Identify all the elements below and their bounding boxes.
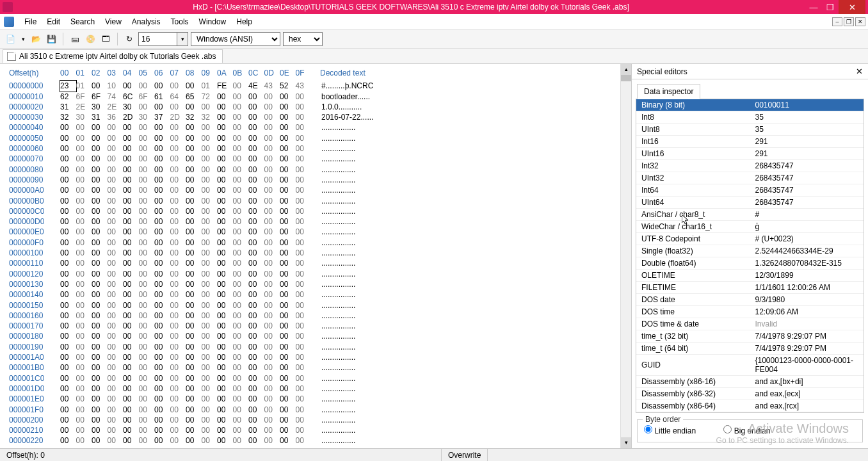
byte-cell[interactable]: 00 bbox=[233, 405, 249, 415]
byte-cell[interactable]: 00 bbox=[248, 289, 264, 300]
byte-cell[interactable]: 00 bbox=[92, 321, 108, 331]
byte-cell[interactable]: 00 bbox=[248, 311, 264, 321]
hex-row[interactable]: 000001E000000000000000000000000000000000… bbox=[9, 394, 631, 404]
byte-cell[interactable]: 00 bbox=[186, 373, 202, 384]
decoded-text[interactable]: ................ bbox=[321, 175, 355, 185]
byte-cell[interactable]: 00 bbox=[264, 342, 280, 352]
byte-cell[interactable]: 00 bbox=[170, 102, 186, 112]
byte-cell[interactable]: 00 bbox=[76, 415, 92, 425]
byte-cell[interactable]: 00 bbox=[154, 362, 170, 373]
byte-cell[interactable]: 30 bbox=[123, 102, 139, 112]
byte-cell[interactable]: 00 bbox=[217, 165, 233, 175]
byte-cell[interactable]: 00 bbox=[296, 102, 312, 112]
byte-cell[interactable]: 00 bbox=[217, 133, 233, 143]
menu-window[interactable]: Window bbox=[194, 16, 232, 28]
byte-cell[interactable]: FE bbox=[217, 81, 233, 91]
byte-cell[interactable]: 00 bbox=[248, 165, 264, 175]
decoded-text[interactable]: ................ bbox=[321, 227, 355, 237]
byte-cell[interactable]: 00 bbox=[264, 92, 280, 102]
byte-cell[interactable]: 00 bbox=[186, 81, 202, 91]
byte-cell[interactable]: 00 bbox=[202, 342, 218, 352]
byte-cell[interactable]: 00 bbox=[170, 216, 186, 227]
byte-cell[interactable]: 00 bbox=[123, 425, 139, 435]
byte-cell[interactable]: 00 bbox=[60, 300, 76, 311]
byte-cell[interactable]: 00 bbox=[280, 394, 296, 404]
byte-cell[interactable]: 37 bbox=[154, 112, 170, 122]
byte-cell[interactable]: 00 bbox=[296, 435, 312, 446]
menu-edit[interactable]: Edit bbox=[42, 16, 65, 28]
byte-cell[interactable]: 00 bbox=[154, 81, 170, 91]
byte-cell[interactable]: 00 bbox=[248, 185, 264, 195]
byte-cell[interactable]: 00 bbox=[280, 342, 296, 352]
byte-cell[interactable]: 00 bbox=[139, 102, 155, 112]
hex-row[interactable]: 0000012000000000000000000000000000000000… bbox=[9, 269, 631, 279]
byte-cell[interactable]: 00 bbox=[280, 227, 296, 237]
byte-cell[interactable]: 00 bbox=[154, 185, 170, 195]
byte-cell[interactable]: 00 bbox=[76, 175, 92, 185]
byte-cell[interactable]: 00 bbox=[154, 154, 170, 164]
byte-cell[interactable]: 00 bbox=[139, 331, 155, 341]
byte-cell[interactable]: 00 bbox=[123, 321, 139, 331]
byte-cell[interactable]: 00 bbox=[170, 311, 186, 321]
inspector-row[interactable]: FILETIME1/1/1601 12:00:26 AM bbox=[636, 282, 864, 294]
byte-cell[interactable]: 00 bbox=[280, 289, 296, 300]
byte-cell[interactable]: 00 bbox=[202, 133, 218, 143]
byte-cell[interactable]: 00 bbox=[123, 206, 139, 216]
byte-cell[interactable]: 00 bbox=[123, 289, 139, 300]
byte-cell[interactable]: 00 bbox=[92, 196, 108, 206]
hex-row[interactable]: 0000005000000000000000000000000000000000… bbox=[9, 133, 631, 143]
decoded-text[interactable]: ................ bbox=[321, 311, 355, 321]
byte-cell[interactable]: 00 bbox=[108, 289, 124, 300]
byte-cell[interactable]: 00 bbox=[60, 227, 76, 237]
byte-cell[interactable]: 00 bbox=[170, 165, 186, 175]
inspector-row[interactable]: time_t (32 bit)7/4/1978 9:29:07 PM bbox=[636, 330, 864, 343]
byte-cell[interactable]: 00 bbox=[154, 435, 170, 446]
byte-cell[interactable]: 00 bbox=[233, 415, 249, 425]
byte-cell[interactable]: 72 bbox=[202, 92, 218, 102]
byte-cell[interactable]: 00 bbox=[76, 362, 92, 373]
byte-cell[interactable]: 00 bbox=[296, 321, 312, 331]
byte-cell[interactable]: 00 bbox=[60, 405, 76, 415]
byte-cell[interactable]: 00 bbox=[217, 102, 233, 112]
byte-cell[interactable]: 00 bbox=[170, 206, 186, 216]
encoding-select[interactable]: Windows (ANSI) bbox=[191, 32, 280, 46]
byte-cell[interactable]: 00 bbox=[186, 227, 202, 237]
byte-cell[interactable]: 23 bbox=[60, 81, 76, 91]
byte-cell[interactable]: 00 bbox=[186, 196, 202, 206]
scroll-thumb[interactable] bbox=[621, 75, 631, 81]
decoded-text[interactable]: ................ bbox=[321, 238, 355, 248]
byte-cell[interactable]: 00 bbox=[280, 269, 296, 279]
byte-cell[interactable]: 00 bbox=[202, 143, 218, 154]
byte-cell[interactable]: 00 bbox=[186, 206, 202, 216]
byte-cell[interactable]: 00 bbox=[280, 102, 296, 112]
byte-cell[interactable]: 00 bbox=[248, 238, 264, 248]
byte-cell[interactable]: 00 bbox=[248, 394, 264, 404]
byte-cell[interactable]: 00 bbox=[296, 258, 312, 268]
byte-cell[interactable]: 00 bbox=[217, 394, 233, 404]
byte-cell[interactable]: 30 bbox=[92, 102, 108, 112]
byte-cell[interactable]: 00 bbox=[92, 248, 108, 258]
byte-cell[interactable]: 00 bbox=[170, 415, 186, 425]
scroll-up-button[interactable]: ▴ bbox=[621, 64, 631, 75]
hex-row[interactable]: 0000004000000000000000000000000000000000… bbox=[9, 122, 631, 133]
byte-cell[interactable]: 00 bbox=[296, 279, 312, 289]
byte-cell[interactable]: 00 bbox=[264, 405, 280, 415]
byte-cell[interactable]: 00 bbox=[233, 112, 249, 122]
byte-cell[interactable]: 00 bbox=[202, 384, 218, 394]
byte-cell[interactable]: 00 bbox=[76, 321, 92, 331]
byte-cell[interactable]: 00 bbox=[108, 405, 124, 415]
byte-cell[interactable]: 00 bbox=[296, 122, 312, 133]
hex-row[interactable]: 000000E000000000000000000000000000000000… bbox=[9, 227, 631, 237]
byte-cell[interactable]: 00 bbox=[280, 331, 296, 341]
byte-cell[interactable]: 00 bbox=[233, 102, 249, 112]
byte-cell[interactable]: 00 bbox=[123, 165, 139, 175]
byte-cell[interactable]: 00 bbox=[139, 269, 155, 279]
byte-cell[interactable]: 00 bbox=[76, 206, 92, 216]
byte-cell[interactable]: 00 bbox=[139, 425, 155, 435]
byte-cell[interactable]: 00 bbox=[217, 206, 233, 216]
byte-cell[interactable]: 00 bbox=[139, 143, 155, 154]
byte-cell[interactable]: 00 bbox=[186, 331, 202, 341]
inspector-row[interactable]: UTF-8 Codepoint# (U+0023) bbox=[636, 233, 864, 245]
byte-cell[interactable]: 00 bbox=[170, 321, 186, 331]
byte-cell[interactable]: 00 bbox=[60, 373, 76, 384]
